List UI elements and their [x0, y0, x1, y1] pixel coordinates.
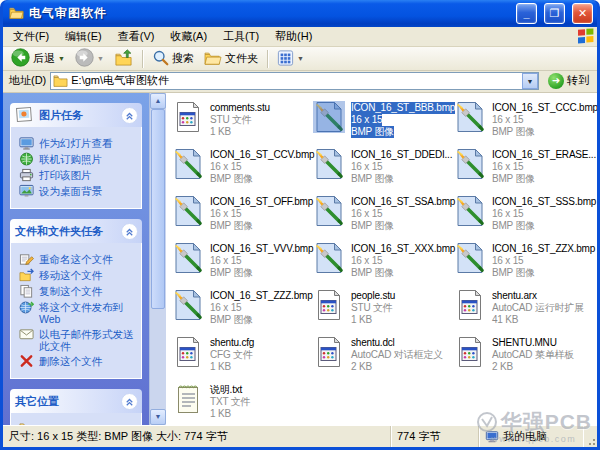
- menu-item[interactable]: 查看(V): [110, 27, 163, 46]
- file-meta-2: BMP 图像: [492, 126, 535, 138]
- file-item[interactable]: comments.stu STU 文件 1 KB: [172, 101, 313, 148]
- sidebar-task-item[interactable]: 以电子邮件形式发送此文件: [19, 328, 138, 352]
- windows-logo-icon: [576, 28, 596, 46]
- generic-file-icon: [172, 101, 204, 133]
- address-dropdown-button[interactable]: ▼: [522, 73, 538, 89]
- forward-dropdown-caret[interactable]: ▼: [97, 55, 104, 62]
- views-dropdown-caret[interactable]: ▼: [297, 55, 304, 62]
- file-item[interactable]: ICON_16_ST_OFF.bmp 16 x 15 BMP 图像: [172, 195, 313, 242]
- sidebar-task-item[interactable]: 打印该图片: [19, 169, 138, 182]
- file-meta-1: 16 x 15: [351, 208, 382, 220]
- sidebar-task-label: 联机订购照片: [39, 153, 102, 165]
- back-label: 后退: [33, 51, 55, 66]
- sidebar-panel-body: 作为幻灯片查看 联机订购照片 打印该图片 设为桌面背景: [10, 127, 142, 209]
- menu-item[interactable]: 编辑(E): [57, 27, 110, 46]
- file-item[interactable]: ICON_16_ST_ZZX.bmp 16 x 15 BMP 图像: [454, 242, 595, 289]
- file-item[interactable]: ICON_16_ST_XXX.bmp 16 x 15 BMP 图像: [313, 242, 454, 289]
- sidebar-panel-header[interactable]: 其它位置: [10, 389, 142, 413]
- scrollbar-track[interactable]: [150, 109, 166, 409]
- back-dropdown-caret[interactable]: ▼: [58, 55, 65, 62]
- up-folder-icon: [114, 49, 133, 69]
- sidebar-task-item[interactable]: 作为幻灯片查看: [19, 137, 138, 150]
- file-item[interactable]: shentu.arx AutoCAD 运行时扩展 41 KB: [454, 289, 595, 336]
- file-item[interactable]: shentu.cfg CFG 文件 1 KB: [172, 336, 313, 383]
- views-icon: [277, 50, 294, 68]
- bmp-file-icon: [454, 195, 486, 227]
- file-name: ICON_16_ST_BBB.bmp: [351, 102, 455, 114]
- file-item[interactable]: SHENTU.MNU AutoCAD 菜单样板 2 KB: [454, 336, 595, 383]
- file-item[interactable]: ICON_16_ST_BBB.bmp 16 x 15 BMP 图像: [313, 101, 454, 148]
- forward-button[interactable]: ▼: [71, 48, 108, 70]
- delete-icon: [19, 354, 34, 368]
- printer-icon: [19, 168, 34, 182]
- file-item[interactable]: shentu.dcl AutoCAD 对话框定义 2 KB: [313, 336, 454, 383]
- toolbar-separator: [142, 50, 143, 68]
- sidebar-panel-header[interactable]: 文件和文件夹任务: [10, 219, 142, 243]
- chevron-up-icon[interactable]: [121, 393, 138, 410]
- file-meta-2: BMP 图像: [210, 267, 253, 279]
- maximize-button[interactable]: ❐: [544, 3, 565, 24]
- file-item[interactable]: ICON_16_ST_DDEDI... 16 x 15 BMP 图像: [313, 148, 454, 195]
- search-button[interactable]: 搜索: [148, 48, 198, 70]
- slideshow-icon: [19, 136, 34, 150]
- sidebar-task-item[interactable]: 删除这个文件: [19, 355, 138, 368]
- file-meta-2: BMP 图像: [210, 314, 253, 326]
- minimize-button[interactable]: _: [516, 3, 537, 24]
- file-item[interactable]: 说明.txt TXT 文件 1 KB: [172, 383, 313, 425]
- file-item[interactable]: people.stu STU 文件 1 KB: [313, 289, 454, 336]
- sidebar-task-item[interactable]: 复制这个文件: [19, 285, 138, 298]
- close-button[interactable]: ✕: [572, 3, 593, 24]
- sidebar-task-item[interactable]: 设为桌面背景: [19, 185, 138, 198]
- status-location-label: 我的电脑: [503, 429, 547, 444]
- menu-item[interactable]: 帮助(H): [267, 27, 320, 46]
- generic-file-icon: [172, 336, 204, 368]
- file-name: ICON_16_ST_XXX.bmp: [351, 243, 455, 255]
- sidebar-task-item[interactable]: 联机订购照片: [19, 153, 138, 166]
- file-item[interactable]: ICON_16_ST_VVV.bmp 16 x 15 BMP 图像: [172, 242, 313, 289]
- status-info: 尺寸: 16 x 15 类型: BMP 图像 大小: 774 字节: [3, 426, 391, 447]
- sidebar-scrollbar[interactable]: ▲ ▼: [149, 93, 166, 425]
- sidebar-task-label: 删除这个文件: [39, 355, 102, 367]
- sidebar-task-item[interactable]: 将这个文件发布到 Web: [19, 301, 138, 325]
- address-input[interactable]: E:\gm\电气审图软件 ▼: [50, 72, 539, 90]
- chevron-up-icon[interactable]: [121, 107, 138, 124]
- file-name: 说明.txt: [210, 384, 242, 396]
- bmp-file-icon: [313, 242, 345, 274]
- file-name: ICON_16_ST_CCC.bmp: [492, 102, 597, 114]
- file-item[interactable]: ICON_16_ST_ZZZ.bmp 16 x 15 BMP 图像: [172, 289, 313, 336]
- menu-item[interactable]: 收藏(A): [162, 27, 215, 46]
- file-meta-2: 1 KB: [210, 126, 231, 138]
- file-meta-2: BMP 图像: [210, 220, 253, 232]
- file-item[interactable]: ICON_16_ST_CCV.bmp 16 x 15 BMP 图像: [172, 148, 313, 195]
- file-item[interactable]: ICON_16_ST_SSA.bmp 16 x 15 BMP 图像: [313, 195, 454, 242]
- resize-grip[interactable]: [583, 426, 597, 447]
- task-pane-sidebar: 图片任务 作为幻灯片查看 联机订购照片 打印该图片 设为桌面背景 文件和文件夹任…: [3, 93, 149, 425]
- menu-item[interactable]: 文件(F): [5, 27, 57, 46]
- file-item[interactable]: ICON_16_ST_SSS.bmp 16 x 15 BMP 图像: [454, 195, 595, 242]
- file-meta-1: 16 x 15: [351, 255, 382, 267]
- file-meta-1: CFG 文件: [210, 349, 253, 361]
- chevron-up-icon[interactable]: [121, 223, 138, 240]
- views-button[interactable]: ▼: [273, 48, 308, 70]
- file-item[interactable]: ICON_16_ST_ERASE... 16 x 15 BMP 图像: [454, 148, 595, 195]
- content-area: 图片任务 作为幻灯片查看 联机订购照片 打印该图片 设为桌面背景 文件和文件夹任…: [3, 93, 597, 425]
- sidebar-panel-header[interactable]: 图片任务: [10, 103, 142, 127]
- back-button[interactable]: 后退 ▼: [7, 48, 69, 70]
- file-item[interactable]: ICON_16_ST_CCC.bmp 16 x 15 BMP 图像: [454, 101, 595, 148]
- file-name: ICON_16_ST_DDEDI...: [351, 149, 452, 161]
- scroll-down-icon[interactable]: ▼: [150, 409, 166, 425]
- sidebar-task-item[interactable]: 重命名这个文件: [19, 253, 138, 266]
- sidebar-task-item[interactable]: 移动这个文件: [19, 269, 138, 282]
- address-value[interactable]: E:\gm\电气审图软件: [71, 73, 522, 88]
- bmp-file-icon: [172, 195, 204, 227]
- scroll-up-icon[interactable]: ▲: [150, 93, 166, 109]
- bmp-file-icon: [172, 242, 204, 274]
- up-button[interactable]: [110, 48, 137, 70]
- scrollbar-thumb[interactable]: [151, 109, 165, 309]
- title-bar[interactable]: 电气审图软件 _ ❐ ✕: [3, 0, 597, 27]
- folders-button[interactable]: 文件夹: [200, 48, 262, 70]
- move-icon: [19, 268, 34, 282]
- go-button[interactable]: ➜ 转到: [543, 71, 594, 91]
- menu-item[interactable]: 工具(T): [215, 27, 267, 46]
- file-name: shentu.cfg: [210, 337, 254, 349]
